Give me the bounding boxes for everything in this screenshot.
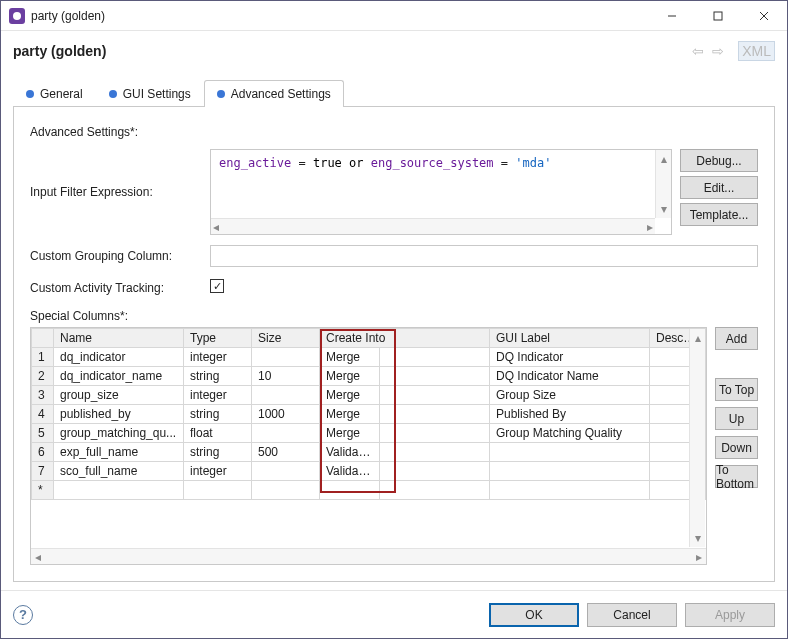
cell-name[interactable]: sco_full_name — [54, 462, 184, 481]
cell-create-into-extra[interactable] — [380, 386, 490, 405]
table-row-new[interactable]: * — [32, 481, 706, 500]
col-header-gui-label[interactable]: GUI Label — [490, 329, 650, 348]
row-number: 1 — [32, 348, 54, 367]
cell-gui-label[interactable]: DQ Indicator Name — [490, 367, 650, 386]
table-row[interactable]: 6exp_full_namestring500Validation — [32, 443, 706, 462]
help-icon[interactable]: ? — [13, 605, 33, 625]
edit-button[interactable]: Edit... — [680, 176, 758, 199]
cell-create-into-extra[interactable] — [380, 367, 490, 386]
cell-gui-label[interactable] — [490, 443, 650, 462]
window-controls — [649, 1, 787, 30]
up-button[interactable]: Up — [715, 407, 758, 430]
input-filter-label: Input Filter Expression: — [30, 149, 210, 199]
cell-create-into[interactable]: Validation — [320, 462, 380, 481]
row-number: 5 — [32, 424, 54, 443]
panel-heading: Advanced Settings*: — [30, 121, 210, 139]
cell-gui-label[interactable]: Published By — [490, 405, 650, 424]
debug-button[interactable]: Debug... — [680, 149, 758, 172]
special-columns-row: Special Columns*: — [30, 305, 758, 323]
cell-size[interactable] — [252, 386, 320, 405]
col-header-create-into[interactable]: Create Into — [320, 329, 490, 348]
cell-size[interactable]: 500 — [252, 443, 320, 462]
expression-editor[interactable]: eng_active = true or eng_source_system =… — [210, 149, 672, 235]
cell-size[interactable]: 10 — [252, 367, 320, 386]
table-row[interactable]: 3group_sizeintegerMergeGroup Size — [32, 386, 706, 405]
table-row[interactable]: 1dq_indicatorintegerMergeDQ Indicator — [32, 348, 706, 367]
tab-general[interactable]: General — [13, 80, 96, 107]
cell-size[interactable] — [252, 348, 320, 367]
tab-gui-settings[interactable]: GUI Settings — [96, 80, 204, 107]
add-button[interactable]: Add — [715, 327, 758, 350]
to-top-button[interactable]: To Top — [715, 378, 758, 401]
close-button[interactable] — [741, 1, 787, 30]
cell-name[interactable]: group_size — [54, 386, 184, 405]
cell-size[interactable] — [252, 424, 320, 443]
col-header-size[interactable]: Size — [252, 329, 320, 348]
cancel-button[interactable]: Cancel — [587, 603, 677, 627]
cell-gui-label[interactable]: Group Matching Quality — [490, 424, 650, 443]
cell-type[interactable]: float — [184, 424, 252, 443]
cell-create-into[interactable]: Merge — [320, 367, 380, 386]
to-bottom-button[interactable]: To Bottom — [715, 465, 758, 488]
cell-type[interactable]: string — [184, 443, 252, 462]
scrollbar-horizontal[interactable]: ◂▸ — [211, 218, 655, 234]
cell-name[interactable]: dq_indicator_name — [54, 367, 184, 386]
template-button[interactable]: Template... — [680, 203, 758, 226]
content-area: General GUI Settings Advanced Settings A… — [1, 71, 787, 590]
cell-type[interactable]: integer — [184, 462, 252, 481]
cell-create-into-extra[interactable] — [380, 424, 490, 443]
cell-type[interactable]: string — [184, 405, 252, 424]
cell-create-into-extra[interactable] — [380, 405, 490, 424]
cell-create-into-extra[interactable] — [380, 443, 490, 462]
expression-side-buttons: Debug... Edit... Template... — [680, 149, 758, 235]
table-row[interactable]: 2dq_indicator_namestring10MergeDQ Indica… — [32, 367, 706, 386]
cell-name[interactable]: group_matching_qu... — [54, 424, 184, 443]
cell-name[interactable]: exp_full_name — [54, 443, 184, 462]
row-number: 3 — [32, 386, 54, 405]
nav-arrows: ⇦ ⇨ XML — [692, 41, 775, 61]
cell-name[interactable]: published_by — [54, 405, 184, 424]
cell-create-into[interactable]: Merge — [320, 405, 380, 424]
table-row[interactable]: 4published_bystring1000MergePublished By — [32, 405, 706, 424]
cell-type[interactable]: integer — [184, 348, 252, 367]
window-title: party (golden) — [31, 9, 649, 23]
cell-type[interactable]: integer — [184, 386, 252, 405]
cell-size[interactable] — [252, 462, 320, 481]
cell-gui-label[interactable]: Group Size — [490, 386, 650, 405]
tab-advanced-settings[interactable]: Advanced Settings — [204, 80, 344, 107]
cell-gui-label[interactable] — [490, 462, 650, 481]
xml-badge[interactable]: XML — [738, 41, 775, 61]
ok-button[interactable]: OK — [489, 603, 579, 627]
table-scrollbar-vertical[interactable]: ▴▾ — [689, 329, 705, 547]
titlebar: party (golden) — [1, 1, 787, 31]
custom-activity-checkbox[interactable] — [210, 279, 224, 293]
table-row[interactable]: 7sco_full_nameintegerValidation — [32, 462, 706, 481]
minimize-button[interactable] — [649, 1, 695, 30]
maximize-button[interactable] — [695, 1, 741, 30]
custom-grouping-input[interactable] — [210, 245, 758, 267]
cell-name[interactable]: dq_indicator — [54, 348, 184, 367]
scrollbar-vertical[interactable]: ▴▾ — [655, 150, 671, 218]
cell-gui-label[interactable]: DQ Indicator — [490, 348, 650, 367]
col-header-type[interactable]: Type — [184, 329, 252, 348]
table-scrollbar-horizontal[interactable]: ◂▸ — [31, 548, 706, 564]
row-number: * — [32, 481, 54, 500]
down-button[interactable]: Down — [715, 436, 758, 459]
cell-create-into[interactable]: Merge — [320, 348, 380, 367]
col-header-name[interactable]: Name — [54, 329, 184, 348]
tab-label: GUI Settings — [123, 87, 191, 101]
cell-create-into-extra[interactable] — [380, 462, 490, 481]
subheader: party (golden) ⇦ ⇨ XML — [1, 31, 787, 71]
cell-type[interactable]: string — [184, 367, 252, 386]
back-arrow-icon[interactable]: ⇦ — [692, 43, 704, 59]
cell-create-into[interactable]: Validation — [320, 443, 380, 462]
cell-size[interactable]: 1000 — [252, 405, 320, 424]
apply-button[interactable]: Apply — [685, 603, 775, 627]
cell-create-into-extra[interactable] — [380, 348, 490, 367]
table-side-buttons: Add To Top Up Down To Bottom — [715, 327, 758, 565]
forward-arrow-icon[interactable]: ⇨ — [712, 43, 724, 59]
cell-create-into[interactable]: Merge — [320, 386, 380, 405]
cell-create-into[interactable]: Merge — [320, 424, 380, 443]
special-columns-table[interactable]: Name Type Size Create Into GUI Label Des… — [31, 328, 706, 500]
table-row[interactable]: 5group_matching_qu...floatMergeGroup Mat… — [32, 424, 706, 443]
